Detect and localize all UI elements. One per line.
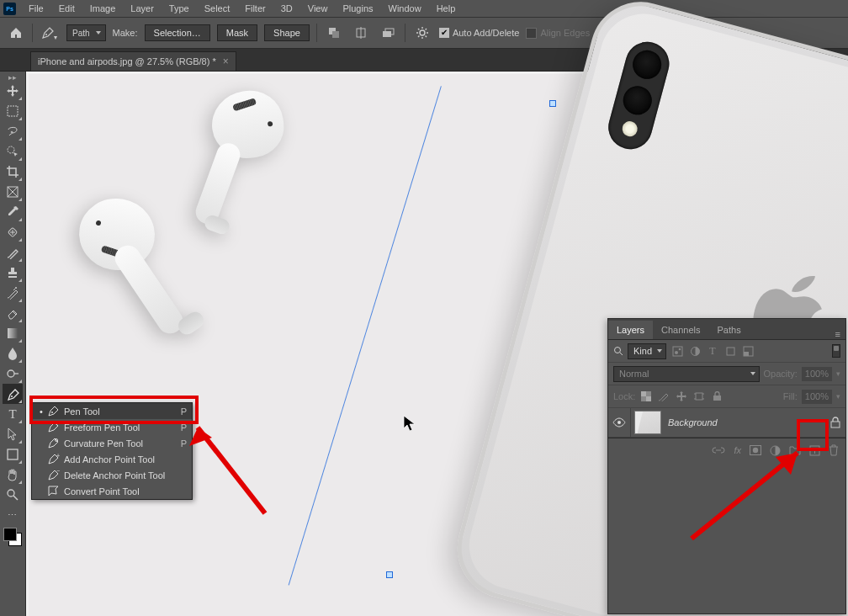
panel-tab-bar: Layers Channels Paths ≡ xyxy=(608,319,845,340)
filter-type-icon[interactable]: T xyxy=(706,344,719,358)
filter-kind-select[interactable]: Kind xyxy=(628,343,666,359)
layer-row-background[interactable]: Background xyxy=(608,408,845,438)
annotation-arrow xyxy=(681,438,824,547)
svg-rect-41 xyxy=(673,347,682,356)
auto-add-delete-checkbox[interactable]: ✔Auto Add/Delete xyxy=(439,28,520,38)
lock-fill-row: Lock: Fill: 100% ▾ xyxy=(608,385,845,408)
close-icon[interactable]: × xyxy=(223,56,229,67)
path-select-tool[interactable] xyxy=(3,424,23,444)
menu-window[interactable]: Window xyxy=(381,3,429,14)
healing-tool[interactable] xyxy=(3,222,23,242)
flyout-convert-point-tool[interactable]: Convert Point Tool xyxy=(32,483,192,499)
crop-tool[interactable] xyxy=(3,162,23,182)
shape-tool[interactable] xyxy=(3,444,23,465)
gear-icon[interactable] xyxy=(412,23,432,43)
quick-select-tool[interactable] xyxy=(3,141,23,162)
photo-airpod-right xyxy=(212,91,284,158)
filter-adjust-icon[interactable] xyxy=(688,344,702,358)
dodge-tool[interactable] xyxy=(3,364,23,384)
lock-trans-icon[interactable] xyxy=(639,390,653,403)
flyout-freeform-pen-tool[interactable]: Freeform Pen ToolP xyxy=(32,419,192,435)
svg-point-24 xyxy=(15,287,17,289)
filter-pixel-icon[interactable] xyxy=(670,344,684,358)
filter-toggle[interactable] xyxy=(832,344,840,358)
menu-type[interactable]: Type xyxy=(162,3,197,14)
tab-layers[interactable]: Layers xyxy=(608,321,653,339)
layer-thumbnail[interactable] xyxy=(634,411,661,434)
pick-mode-select[interactable]: Path xyxy=(66,24,106,41)
anchor-point[interactable] xyxy=(386,571,393,578)
flyout-delete-anchor-point-tool[interactable]: −Delete Anchor Point Tool xyxy=(32,467,192,483)
menu-file[interactable]: File xyxy=(21,3,51,14)
lasso-tool[interactable] xyxy=(3,121,23,141)
layer-name[interactable]: Background xyxy=(665,417,825,427)
menu-image[interactable]: Image xyxy=(82,3,124,14)
tab-channels[interactable]: Channels xyxy=(653,321,708,339)
frame-tool[interactable] xyxy=(3,182,23,202)
gradient-tool[interactable] xyxy=(3,323,23,343)
brush-tool[interactable] xyxy=(3,242,23,263)
svg-line-14 xyxy=(418,36,419,37)
svg-rect-25 xyxy=(8,328,18,338)
flyout-curvature-pen-tool[interactable]: Curvature Pen ToolP xyxy=(32,435,192,451)
tab-paths[interactable]: Paths xyxy=(709,321,750,339)
menu-filter[interactable]: Filter xyxy=(237,3,273,14)
svg-point-31 xyxy=(51,412,53,413)
pen-tool-flyout: •Pen ToolPFreeform Pen ToolPCurvature Pe… xyxy=(31,402,193,500)
collapse-toolbar-icon[interactable]: ▸▸ xyxy=(0,73,25,81)
panel-menu-icon[interactable]: ≡ xyxy=(830,329,845,339)
menu-plugins[interactable]: Plugins xyxy=(335,3,380,14)
svg-rect-49 xyxy=(641,391,646,396)
svg-rect-28 xyxy=(8,449,18,459)
flyout-pen-tool[interactable]: •Pen ToolP xyxy=(32,403,192,419)
menu-edit[interactable]: Edit xyxy=(51,3,82,14)
svg-rect-16 xyxy=(8,106,18,116)
shape-button[interactable]: Shape xyxy=(264,24,310,41)
anchor-point[interactable] xyxy=(549,100,556,107)
document-tab[interactable]: iPhone and airpods.jpg @ 27.5% (RGB/8) *… xyxy=(30,51,236,71)
lock-label: Lock: xyxy=(613,391,635,401)
hand-tool[interactable] xyxy=(3,465,23,485)
fill-field: 100% xyxy=(802,390,832,404)
svg-text:−: − xyxy=(56,469,60,474)
filter-smart-icon[interactable] xyxy=(741,344,755,358)
pen-tool[interactable] xyxy=(3,384,23,404)
eyedropper-tool[interactable] xyxy=(3,202,23,222)
path-align-icon[interactable] xyxy=(351,23,371,43)
zoom-tool[interactable] xyxy=(3,485,23,505)
edit-toolbar[interactable]: ⋯ xyxy=(3,505,23,525)
stamp-tool[interactable] xyxy=(3,263,23,283)
svg-line-12 xyxy=(418,29,419,29)
svg-point-0 xyxy=(45,34,47,35)
lock-icon[interactable] xyxy=(825,417,845,428)
marquee-tool[interactable] xyxy=(3,101,23,121)
blur-tool[interactable] xyxy=(3,343,23,364)
menu-view[interactable]: View xyxy=(300,3,336,14)
move-tool[interactable] xyxy=(3,81,23,101)
lock-artboard-icon[interactable] xyxy=(692,390,706,403)
trash-icon[interactable] xyxy=(829,444,839,456)
history-brush-tool[interactable] xyxy=(3,283,23,303)
eraser-tool[interactable] xyxy=(3,303,23,323)
flyout-add-anchor-point-tool[interactable]: +Add Anchor Point Tool xyxy=(32,451,192,467)
filter-shape-icon[interactable] xyxy=(723,344,737,358)
svg-rect-56 xyxy=(713,396,721,401)
home-button[interactable] xyxy=(7,24,25,42)
lock-pos-icon[interactable] xyxy=(675,390,688,403)
path-arrange-icon[interactable] xyxy=(378,23,398,43)
menu-layer[interactable]: Layer xyxy=(123,3,162,14)
home-icon xyxy=(9,26,23,40)
selection-button[interactable]: Selection… xyxy=(145,24,210,41)
type-tool[interactable]: T xyxy=(3,404,23,424)
menu-help[interactable]: Help xyxy=(429,3,464,14)
mask-button[interactable]: Mask xyxy=(217,24,257,41)
color-swatches[interactable] xyxy=(3,527,23,547)
menu-select[interactable]: Select xyxy=(197,3,238,14)
lock-image-icon[interactable] xyxy=(657,390,670,403)
lock-all-icon[interactable] xyxy=(710,390,723,403)
path-ops-icon[interactable] xyxy=(324,23,344,43)
visibility-icon[interactable] xyxy=(608,417,630,427)
menu-3d[interactable]: 3D xyxy=(273,3,300,14)
svg-marker-38 xyxy=(776,453,798,475)
svg-point-39 xyxy=(615,348,621,353)
